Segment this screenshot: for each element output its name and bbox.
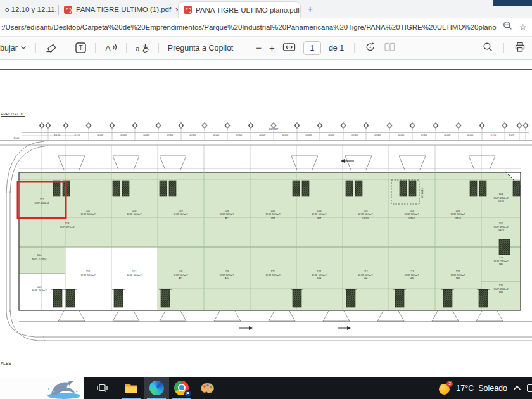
svg-text:GEDI: GEDI — [498, 200, 504, 203]
loading-dock — [469, 156, 495, 170]
tab-pana-tigre-1[interactable]: PANA TIGRE ULTIMO (1).pdf ✕ — [59, 1, 178, 18]
copilot-prompt[interactable]: Pregunta a Copilot — [168, 44, 234, 53]
zoom-out-button[interactable]: − — [256, 42, 262, 53]
dimension-label: 10,000 — [213, 134, 219, 136]
rotate-icon[interactable] — [365, 41, 376, 54]
loading-dock — [345, 156, 372, 170]
svg-text:SUP. 560m2: SUP. 560m2 — [219, 274, 234, 277]
url-field[interactable]: :/Users/edisanti/Desktop/Carpeta%20de%20… — [1, 23, 497, 31]
pdf-page[interactable]: EPROYECTO ALES — [0, 60, 532, 377]
dolphin-search-image — [39, 377, 84, 399]
svg-text:SUP. 560m2: SUP. 560m2 — [358, 274, 373, 277]
dimension-label: 8,176 — [54, 134, 60, 136]
svg-text:AD: AD — [179, 277, 182, 280]
svg-text:MH: MH — [271, 216, 275, 219]
stair-block — [470, 180, 477, 196]
draw-tool-button[interactable]: bujar — [0, 44, 27, 53]
svg-text:GEDI: GEDI — [498, 229, 504, 232]
svg-text:MB: MB — [499, 291, 503, 294]
zoom-in-button[interactable]: + — [269, 42, 275, 53]
svg-text:SUP. 560m2: SUP. 560m2 — [450, 213, 466, 216]
dimension-label: 10,000 — [421, 134, 427, 136]
dimension-label: 10,000 — [143, 134, 149, 136]
corner-label: ALES — [1, 361, 11, 365]
dimension-label: 10,000 — [167, 134, 173, 136]
taskbar-search-box[interactable] — [0, 377, 84, 399]
edge-button[interactable] — [144, 377, 169, 399]
screen: o 12.10 y 12.11. ✕ PANA TIGRE ULTIMO (1)… — [0, 0, 532, 399]
svg-text:T: T — [79, 44, 82, 51]
svg-text:114: 114 — [37, 253, 42, 256]
svg-text:GEDI: GEDI — [362, 216, 369, 219]
new-tab-button[interactable]: + — [301, 4, 319, 18]
weather-temp: 17°C — [456, 384, 474, 393]
stair-block — [513, 180, 520, 196]
tab-pana-tigre-plano-active[interactable]: PANA TIGRE ULTIMO plano.pdf ✕ — [178, 1, 301, 18]
detail-label: DETALLE — [421, 187, 424, 198]
task-view-icon — [97, 383, 108, 393]
zoom-indicator-icon[interactable] — [503, 21, 512, 33]
stair-block — [395, 289, 404, 307]
tab-previous[interactable]: o 12.10 y 12.11. ✕ — [0, 1, 58, 18]
chrome-button[interactable]: E — [169, 377, 194, 399]
svg-text:120: 120 — [271, 270, 276, 273]
tab-label: o 12.10 y 12.11. — [5, 6, 57, 13]
dimension-label: 10,000 — [444, 134, 450, 136]
dimension-label: 8,176 — [509, 134, 514, 136]
dimension-label: 10,000 — [352, 134, 358, 136]
dimension-label: 10,000 — [374, 134, 381, 136]
weather-widget[interactable]: 2 17°C Soleado — [439, 382, 507, 395]
svg-text:113: 113 — [65, 222, 70, 225]
translate-icon[interactable]: a — [136, 42, 149, 53]
svg-text:122: 122 — [364, 270, 369, 273]
show-hidden-icons-chevron[interactable] — [513, 385, 521, 391]
fit-width-icon[interactable] — [282, 42, 296, 54]
loading-dock — [476, 311, 503, 321]
dimension-label: 10,000 — [120, 134, 127, 136]
dimension-label: 10,000 — [398, 134, 404, 136]
svg-text:105: 105 — [364, 209, 369, 212]
stair-block — [114, 289, 123, 307]
total-dimension-label: 219,827 — [269, 127, 279, 130]
stair-block — [160, 180, 167, 196]
svg-text:MB: MB — [410, 277, 414, 280]
svg-text:AG: AG — [225, 277, 229, 280]
svg-text:SUP. 560m2: SUP. 560m2 — [358, 213, 373, 216]
dimension-label: 10,000 — [305, 134, 312, 136]
site-plan-drawing: DETALLE 8,1768,37510,00010,00010,00010,0… — [0, 60, 532, 377]
tray-icon-partial[interactable] — [527, 384, 532, 392]
pdf-icon — [184, 6, 192, 14]
dimension-label: 10,000 — [328, 134, 334, 136]
stair-block — [293, 180, 300, 196]
pdf-toolbar: bujar T A a Pregunta a Copilot − — [0, 37, 532, 60]
svg-text:SUP. 560m2: SUP. 560m2 — [450, 274, 466, 277]
page-count-label: de 1 — [329, 44, 344, 53]
svg-text:125: 125 — [499, 284, 504, 287]
stair-block — [53, 180, 60, 196]
loading-dock — [291, 156, 318, 170]
eraser-icon[interactable] — [45, 42, 57, 53]
add-text-icon[interactable]: T — [75, 42, 86, 53]
svg-text:SUP. 560m2: SUP. 560m2 — [127, 213, 142, 216]
svg-text:SUP. 264m2: SUP. 264m2 — [493, 288, 509, 291]
svg-text:SUP. 560m2: SUP. 560m2 — [404, 274, 419, 277]
file-explorer-button[interactable] — [118, 377, 144, 399]
loading-dock — [58, 311, 85, 321]
chevron-down-icon — [20, 46, 27, 50]
svg-text:AP: AP — [225, 216, 229, 219]
print-icon[interactable] — [514, 42, 526, 54]
read-aloud-icon[interactable]: A — [104, 42, 117, 53]
page-number-input[interactable] — [303, 41, 321, 55]
address-bar: :/Users/edisanti/Desktop/Carpeta%20de%20… — [0, 18, 532, 37]
task-view-button[interactable] — [89, 377, 115, 399]
svg-text:118: 118 — [179, 270, 183, 273]
search-icon[interactable] — [483, 42, 493, 54]
draw-label: bujar — [0, 44, 18, 53]
pdf-icon — [64, 6, 72, 14]
svg-text:110: 110 — [132, 209, 137, 212]
favorite-star-icon[interactable]: ☆ — [519, 22, 527, 32]
loading-dock — [432, 311, 459, 321]
paint-button[interactable] — [194, 377, 220, 399]
svg-text:123: 123 — [410, 270, 415, 273]
dimension-label: 10,000 — [259, 134, 265, 136]
